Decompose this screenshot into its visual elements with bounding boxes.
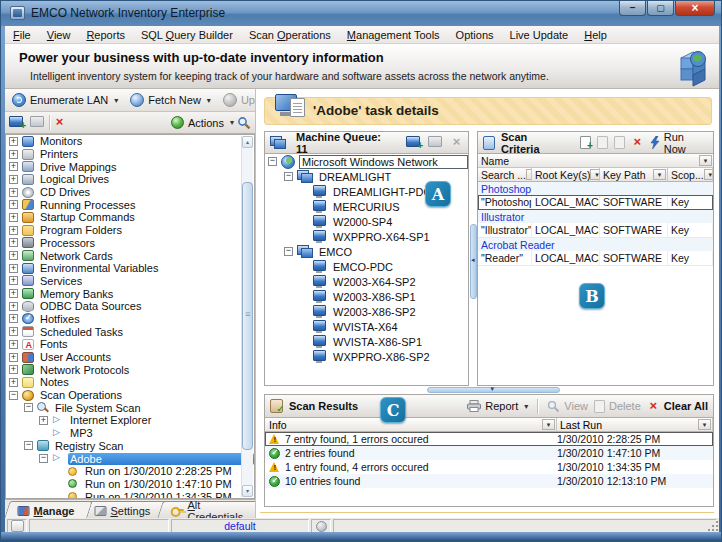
expand-toggle-icon[interactable] [24,403,33,412]
expand-toggle-icon[interactable] [9,289,18,298]
copy-criteria-icon[interactable] [614,136,625,149]
tree-item-logical-drives[interactable]: Logical Drives [6,173,254,186]
tree-item-environmental-variables[interactable]: Environmental Variables [6,262,254,275]
menu-file[interactable]: File [5,27,39,43]
expand-toggle-icon[interactable] [284,172,293,181]
queue-node-wxppro-x86-sp2[interactable]: WXPPRO-X86-SP2 [265,349,468,364]
search-icon[interactable] [237,116,251,130]
tree-item-registry-scan[interactable]: Registry Scan [6,440,254,453]
queue-node-w2003-x86-sp1[interactable]: W2003-X86-SP1 [265,289,468,304]
expand-toggle-icon[interactable] [9,251,18,260]
expand-toggle-icon[interactable] [9,137,18,146]
column-filter-icon[interactable] [704,169,713,180]
tree-item-drive-mappings[interactable]: Drive Mappings [6,160,254,173]
column-header-scop[interactable]: Scop... [668,168,713,182]
tree-item-run-on-1-30-2010-1-34-35-pm[interactable]: Run on 1/30/2010 1:34:35 PM [6,490,254,499]
column-filter-icon[interactable] [542,419,555,430]
tree-item-adobe[interactable]: Adobe [6,452,254,465]
tree-item-network-protocols[interactable]: Network Protocols [6,363,254,376]
tree-item-processors[interactable]: Processors [6,237,254,250]
tree-item-scheduled-tasks[interactable]: Scheduled Tasks [6,325,254,338]
tree-item-fonts[interactable]: Fonts [6,338,254,351]
tree-item-run-on-1-30-2010-1-47-10-pm[interactable]: Run on 1/30/2010 1:47:10 PM [6,478,254,491]
expand-toggle-icon[interactable] [9,302,18,311]
report-button[interactable]: Report [467,400,528,412]
tree-item-notes[interactable]: Notes [6,376,254,389]
column-header-root-key-s[interactable]: Root Key(s) [532,168,600,182]
tree-item-odbc-data-sources[interactable]: ODBC Data Sources [6,300,254,313]
maximize-button[interactable] [647,1,674,16]
clear-all-button[interactable]: Clear All [647,400,708,413]
queue-add-machine-icon[interactable] [406,136,422,149]
scroll-down-icon[interactable] [242,485,253,497]
tree-item-internet-explorer[interactable]: Internet Explorer [6,414,254,427]
actions-button[interactable]: Actions [168,114,237,131]
expand-toggle-icon[interactable] [9,353,18,362]
menu-view[interactable]: View [39,27,79,43]
edit-criteria-icon[interactable] [597,136,608,149]
expand-toggle-icon[interactable] [24,441,33,450]
queue-node-wvista-x64[interactable]: WVISTA-X64 [265,319,468,334]
expand-toggle-icon[interactable] [9,200,18,209]
criteria-row[interactable]: "Reader"LOCAL_MACH...SOFTWAREKey [478,251,713,266]
criteria-group-photoshop[interactable]: Photoshop [478,182,713,195]
queue-node-emco[interactable]: EMCO [265,244,468,259]
expand-toggle-icon[interactable] [9,226,18,235]
tree-item-file-system-scan[interactable]: File System Scan [6,401,254,414]
tree-item-user-accounts[interactable]: User Accounts [6,351,254,364]
expand-toggle-icon[interactable] [9,264,18,273]
group-by-dropdown-icon[interactable] [699,155,712,166]
menu-options[interactable]: Options [448,27,502,43]
expand-toggle-icon[interactable] [9,162,18,171]
menu-management-tools[interactable]: Management Tools [339,27,448,43]
tree-item-monitors[interactable]: Monitors [6,135,254,148]
view-button[interactable]: View [547,400,588,413]
new-criteria-icon[interactable] [580,136,591,149]
add-machine-icon[interactable] [9,116,25,129]
tree-item-running-processes[interactable]: Running Processes [6,198,254,211]
expand-toggle-icon[interactable] [9,378,18,387]
menu-live-update[interactable]: Live Update [502,27,577,43]
tree-scrollbar[interactable] [241,136,253,497]
expand-toggle-icon[interactable] [9,365,18,374]
tab-manage[interactable]: Manage [5,501,93,518]
queue-node-w2003-x64-sp2[interactable]: W2003-X64-SP2 [265,274,468,289]
queue-delete-icon[interactable] [450,136,463,149]
remove-machine-icon[interactable] [30,116,46,129]
dropdown-arrow-icon[interactable] [114,96,118,105]
tree-item-mp3[interactable]: MP3 [6,427,254,440]
delete-button[interactable]: Delete [594,400,641,413]
column-header-info[interactable]: Info [265,418,557,432]
vertical-splitter[interactable] [470,224,477,299]
result-row[interactable]: 1 entry found, 4 errors occured1/30/2010… [265,460,713,474]
dropdown-arrow-icon[interactable] [207,96,211,105]
tree-item-run-on-1-30-2010-2-28-25-pm[interactable]: Run on 1/30/2010 2:28:25 PM [6,465,254,478]
criteria-group-acrobat-reader[interactable]: Acrobat Reader [478,238,713,251]
expand-toggle-icon[interactable] [268,157,277,166]
menu-sql-query-builder[interactable]: SQL Query Builder [133,27,241,43]
expand-toggle-icon[interactable] [9,188,18,197]
criteria-row[interactable]: "Illustrator"LOCAL_MACH...SOFTWAREKey [478,223,713,238]
column-filter-icon[interactable] [590,169,600,180]
queue-node-w2003-x86-sp2[interactable]: W2003-X86-SP2 [265,304,468,319]
expand-toggle-icon[interactable] [9,150,18,159]
tree-item-cd-drives[interactable]: CD Drives [6,186,254,199]
tree-item-hotfixes[interactable]: Hotfixes [6,313,254,326]
delete-icon[interactable] [53,116,66,129]
tree-item-services[interactable]: Services [6,275,254,288]
column-filter-icon[interactable] [653,169,666,180]
expand-toggle-icon[interactable] [39,416,48,425]
expand-toggle-icon[interactable] [39,454,48,463]
group-by-row[interactable]: Name [478,154,713,168]
expand-toggle-icon[interactable] [9,340,18,349]
tree-item-program-folders[interactable]: Program Folders [6,224,254,237]
scrollbar-thumb[interactable] [242,182,253,450]
scroll-up-icon[interactable] [242,136,253,148]
fetch-new-button[interactable]: Fetch New [127,91,214,109]
minimize-button[interactable] [619,1,646,16]
tree-item-network-cards[interactable]: Network Cards [6,249,254,262]
expand-toggle-icon[interactable] [9,276,18,285]
queue-node-wvista-x86-sp1[interactable]: WVISTA-X86-SP1 [265,334,468,349]
queue-node-emco-pdc[interactable]: EMCO-PDC [265,259,468,274]
tree-item-startup-commands[interactable]: Startup Commands [6,211,254,224]
